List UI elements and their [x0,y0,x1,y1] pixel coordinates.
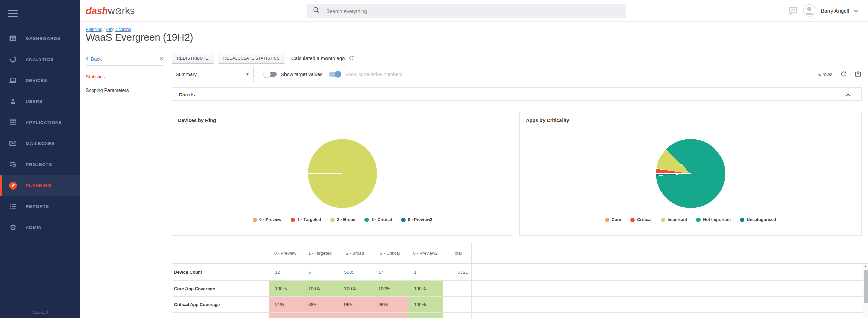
device-count-link[interactable]: 17 [378,270,383,275]
dashworks-logo: dashwrks [86,5,135,17]
chevron-down-icon[interactable] [854,8,858,14]
device-count-link[interactable]: 6 [308,270,311,275]
cell: 12 [269,264,302,280]
legend-item[interactable]: 2 - Broad [330,217,355,222]
sidebar-item-label: ADMIN [26,225,42,230]
cell [338,313,372,318]
legend-dot [605,218,609,222]
subnav-panel: Back ✕ Statistics Scoping Parameters [86,55,164,93]
toggle-label: Show target values [281,72,322,77]
legend-item[interactable]: 0 - Preview2 [401,217,432,222]
legend-item[interactable]: 0 - Preview [253,217,281,222]
avatar[interactable] [803,4,815,18]
user-name[interactable]: Barry Angell [821,8,849,14]
dashworks-app: DASHBOARDS ANALYTICS DEVICES USERS [0,0,868,318]
export-download-icon[interactable] [854,71,862,78]
search-icon [313,6,320,15]
sidebar-item-applications[interactable]: APPLICATIONS [0,112,80,133]
breadcrumb-link-planning[interactable]: Planning [86,27,102,32]
device-count-link[interactable]: 12 [275,270,280,275]
column-header: 3 - Critical [372,242,408,263]
total-cell [443,281,472,296]
view-select[interactable]: Summary ▾ [172,66,254,82]
gauge-icon [115,6,122,17]
legend-item[interactable]: Core [605,217,621,222]
chart-title: Apps by Criticality [526,118,569,123]
legend-item[interactable]: 1 - Targeted [291,217,321,222]
device-count-link[interactable]: 1 [414,270,417,275]
legend-dot [401,218,406,222]
scrollbar-thumb[interactable] [864,270,868,303]
cell: 17 [372,264,408,280]
search-input[interactable] [326,8,597,14]
toggle-label: Show cumulative numbers [345,72,402,77]
legend-dot [291,218,295,222]
toggles: Show target values Show cumulative numbe… [264,66,402,82]
table-row-device-count: Device Count 12 6 5285 17 1 5321 [172,264,863,281]
back-link[interactable]: Back [86,56,102,62]
legend-dot [364,218,369,222]
refresh-grid-icon[interactable] [840,71,847,78]
sidebar-item-reports[interactable]: REPORTS [0,196,80,217]
sidebar-item-devices[interactable]: DEVICES [0,70,80,91]
sidebar-item-label: PROJECTS [26,162,52,167]
cell [302,313,338,318]
show-cumulative-numbers-toggle[interactable] [329,72,341,77]
logo-text: dash [86,5,108,16]
chart-legend: Core Critical Important Not Important Un… [520,217,861,222]
sidebar-item-admin[interactable]: ⚙ ADMIN [0,217,80,238]
breadcrumb-link-ring-scoping[interactable]: Ring Scoping [106,27,131,32]
legend-item[interactable]: Critical [630,217,651,222]
cell: 100% [302,281,338,296]
collapse-chevron-up-icon[interactable] [845,92,851,98]
breadcrumb: Planning / Ring Scoping [86,27,131,32]
subnav-item-scoping-parameters[interactable]: Scoping Parameters [86,87,164,93]
hamburger-menu-icon[interactable] [8,10,18,18]
app-version: v5.6.1.0 [0,310,80,315]
total-cell [443,313,472,318]
legend-item[interactable]: Not Important [696,217,731,222]
close-icon[interactable]: ✕ [159,56,164,62]
legend-item[interactable]: 3 - Critical [364,217,392,222]
device-count-link[interactable]: 5285 [344,270,354,275]
vertical-scrollbar: ▲ [863,263,868,318]
scrollbar-up-arrow[interactable]: ▲ [863,264,868,269]
bar-chart-icon [8,34,18,42]
device-count-total-link[interactable]: 5321 [458,270,468,275]
sidebar-item-analytics[interactable]: ANALYTICS [0,49,80,70]
redistribute-button[interactable]: REDISTRIBUTE [172,53,214,64]
cell: 1 [408,264,443,280]
refresh-calculation-icon[interactable] [348,55,355,61]
grid-icon [8,118,18,126]
charts-section-title: Charts [179,92,195,97]
subnav-item-statistics[interactable]: Statistics [86,74,164,79]
sidebar-item-label: DEVICES [26,78,47,83]
breadcrumb-separator: / [103,27,104,32]
cell: 5285 [338,264,372,280]
sidebar-item-projects[interactable]: PROJECTS [0,154,80,175]
legend-item[interactable]: Uncategorised [740,217,776,222]
compass-icon [8,181,18,190]
recalculate-statistics-button[interactable]: RECALCULATE STATISTICS [218,53,285,64]
pie-chart-devices-by-ring [308,139,377,208]
calculated-status-text: Calculated a month ago [291,55,345,61]
show-target-values-toggle[interactable] [264,72,277,77]
cell: 100% [408,281,443,296]
sidebar-item-mailboxes[interactable]: MAILBOXES [0,133,80,154]
chat-icon[interactable] [788,6,798,16]
legend-item[interactable]: Important [661,217,687,222]
sidebar-item-dashboards[interactable]: DASHBOARDS [0,28,80,49]
chart-title: Devices by Ring [178,118,216,123]
statistics-table: 0 - Preview 1 - Targeted 2 - Broad 3 - C… [172,241,868,318]
cell: 100% [338,281,372,296]
content: Planning / Ring Scoping WaaS Evergreen (… [80,22,868,318]
sidebar-item-planning[interactable]: PLANNING [0,175,80,196]
sidebar-item-label: USERS [26,99,42,104]
page-title: WaaS Evergreen (19H2) [86,32,193,43]
column-header: 2 - Broad [338,242,372,263]
sidebar-item-users[interactable]: USERS [0,91,80,112]
cell: 96% [338,297,372,312]
cell: 21% [269,297,302,312]
chevron-left-icon [86,57,88,61]
gear-icon: ⚙ [8,223,18,232]
